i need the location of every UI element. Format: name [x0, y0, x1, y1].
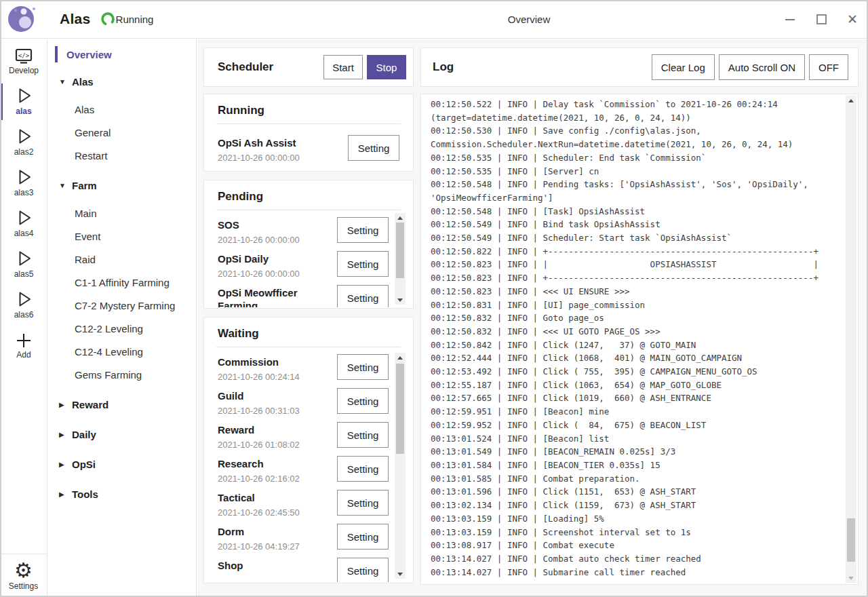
task-setting-button[interactable]: Setting — [337, 456, 389, 482]
nav-group-label: OpSi — [72, 459, 96, 470]
log-line: 00:12:50.522 | INFO | Delay task `Commis… — [431, 98, 845, 111]
task-info: Commission 2021-10-26 00:24:14 — [218, 354, 300, 382]
task-row: Reward 2021-10-26 01:08:02 Setting — [218, 422, 389, 456]
task-time: 2021-10-26 00:00:00 — [218, 269, 300, 279]
log-line: (target=datetime.datetime(2021, 10, 26, … — [431, 111, 845, 125]
caret-icon: ▼ — [59, 78, 68, 85]
clear-log-button[interactable]: Clear Log — [652, 54, 715, 80]
nav-item[interactable]: C7-2 Mystery Farming — [48, 297, 196, 313]
log-line: 00:13:01.585 | INFO | Combat preparation… — [431, 472, 845, 486]
nav-item[interactable]: Gems Farming — [48, 366, 196, 383]
rail-instance[interactable]: alas2 — [0, 123, 47, 161]
task-info: Tactical 2021-10-26 02:45:50 — [218, 490, 300, 518]
task-name: Tactical — [218, 490, 300, 504]
scroll-up-icon[interactable] — [395, 353, 406, 362]
nav-item[interactable]: Main — [48, 205, 196, 221]
nav-item-overview[interactable]: Overview — [48, 46, 196, 62]
nav-group[interactable]: ▶ Daily — [48, 426, 196, 442]
nav-item[interactable]: Event — [48, 228, 196, 244]
rail-instance[interactable]: alas6 — [0, 286, 47, 324]
nav-item[interactable]: Restart — [48, 147, 196, 163]
scroll-down-icon[interactable] — [395, 569, 406, 579]
task-row: Shop Setting — [218, 558, 389, 582]
rail-instance[interactable]: alas5 — [0, 246, 47, 284]
task-setting-button[interactable]: Setting — [337, 354, 389, 380]
task-setting-button[interactable]: Setting — [337, 217, 389, 243]
log-line: 00:12:50.823 | INFO | <<< UI ENSURE >>> — [431, 285, 845, 298]
divider — [216, 347, 401, 347]
log-line: 00:13:14.027 | INFO | Submarine call tim… — [431, 566, 845, 579]
divider — [216, 123, 401, 124]
pending-title: Pending — [204, 180, 413, 204]
log-line: 00:13:03.159 | INFO | Screenshot interva… — [431, 526, 845, 539]
log-line: 00:12:53.492 | INFO | Click ( 755, 395) … — [431, 365, 845, 379]
log-line: 00:13:08.917 | INFO | Combat execute — [431, 539, 845, 552]
log-line: 00:12:50.822 | INFO | +-----------------… — [431, 245, 845, 258]
rail-instance[interactable]: alas3 — [0, 164, 47, 202]
log-title: Log — [433, 60, 648, 74]
maximize-button[interactable] — [814, 12, 829, 27]
log-line: 00:12:50.548 | INFO | Pending tasks: ['O… — [431, 178, 845, 191]
nav-group[interactable]: ▶ Tools — [48, 486, 196, 502]
scrollbar-thumb[interactable] — [847, 518, 855, 562]
log-line: 00:13:01.524 | INFO | [Beacon] list — [431, 432, 845, 446]
log-line: 00:12:50.549 | INFO | Bind task OpsiAshA… — [431, 218, 845, 231]
task-row: OpSi Daily 2021-10-26 00:00:00 Setting — [218, 251, 389, 285]
task-setting-button[interactable]: Setting — [337, 524, 389, 550]
nav-item[interactable]: Raid — [48, 251, 196, 267]
scrollbar-thumb[interactable] — [396, 223, 404, 278]
running-task-list: OpSi Ash Assist 2021-10-26 00:00:00 Sett… — [204, 131, 413, 170]
caret-icon: ▼ — [59, 182, 68, 189]
task-setting-button[interactable]: Setting — [337, 422, 389, 448]
log-output[interactable]: 00:12:50.522 | INFO | Delay task `Commis… — [422, 95, 845, 583]
task-setting-button[interactable]: Setting — [337, 285, 389, 307]
scroll-up-icon[interactable] — [395, 213, 406, 223]
scroll-down-icon[interactable] — [395, 295, 406, 305]
nav-item[interactable]: General — [48, 124, 196, 140]
scroll-up-icon[interactable] — [846, 96, 856, 105]
task-setting-button[interactable]: Setting — [337, 558, 389, 582]
nav-group[interactable]: ▼ Farm — [48, 177, 196, 193]
log-line: 00:13:03.159 | INFO | [Loading] 5% — [431, 512, 845, 526]
waiting-panel: Waiting Commission 2021-10-26 00:24:14 S… — [203, 317, 414, 583]
scroll-down-icon[interactable] — [846, 573, 856, 583]
scheduler-title: Scheduler — [218, 60, 323, 74]
pending-panel: Pending SOS 2021-10-26 00:00:00 Setting … — [203, 180, 414, 309]
task-setting-button[interactable]: Setting — [348, 135, 399, 161]
log-line: 00:12:50.832 | INFO | Goto page_os — [431, 311, 845, 325]
nav-item[interactable]: C1-1 Affinity Farming — [48, 274, 196, 290]
rail-item-add[interactable]: Add — [0, 327, 47, 365]
rail-item-label: Add — [16, 350, 31, 360]
nav-item[interactable]: C12-4 Leveling — [48, 343, 196, 360]
nav-group[interactable]: ▶ Reward — [48, 396, 196, 412]
rail-item-settings[interactable]: ⚙ Settings — [0, 554, 47, 597]
task-setting-button[interactable]: Setting — [337, 490, 389, 516]
task-setting-button[interactable]: Setting — [337, 251, 389, 277]
stop-button[interactable]: Stop — [367, 55, 406, 79]
rail-item-develop[interactable]: </> Develop — [0, 45, 47, 80]
task-row: Tactical 2021-10-26 02:45:50 Setting — [218, 490, 389, 524]
running-spinner-icon — [100, 12, 115, 26]
nav-item[interactable]: Alas — [48, 101, 196, 117]
rail-instance[interactable]: alas4 — [0, 205, 47, 243]
task-name: Research — [218, 456, 300, 470]
autoscroll-off-button[interactable]: OFF — [809, 54, 848, 80]
close-button[interactable]: ✕ — [845, 12, 860, 27]
start-button[interactable]: Start — [323, 55, 363, 79]
scheduler-status: Running — [100, 12, 154, 26]
nav-group[interactable]: ▼ Alas — [48, 73, 196, 90]
task-setting-button[interactable]: Setting — [337, 388, 389, 414]
status-label: Running — [116, 14, 154, 25]
minimize-button[interactable] — [783, 12, 797, 27]
pending-scrollbar[interactable] — [395, 213, 406, 305]
log-scrollbar[interactable] — [846, 96, 856, 583]
rail-item-label: Develop — [9, 66, 39, 75]
nav-group[interactable]: ▶ OpSi — [48, 456, 196, 472]
waiting-scrollbar[interactable] — [395, 353, 406, 579]
nav-item[interactable]: C12-2 Leveling — [48, 320, 196, 336]
scrollbar-thumb[interactable] — [396, 364, 404, 454]
nav-group-label: Alas — [72, 76, 94, 88]
autoscroll-on-button[interactable]: Auto Scroll ON — [719, 54, 805, 80]
rail-instance[interactable]: alas — [0, 83, 47, 121]
task-row: Dorm 2021-10-26 04:19:27 Setting — [218, 524, 389, 558]
